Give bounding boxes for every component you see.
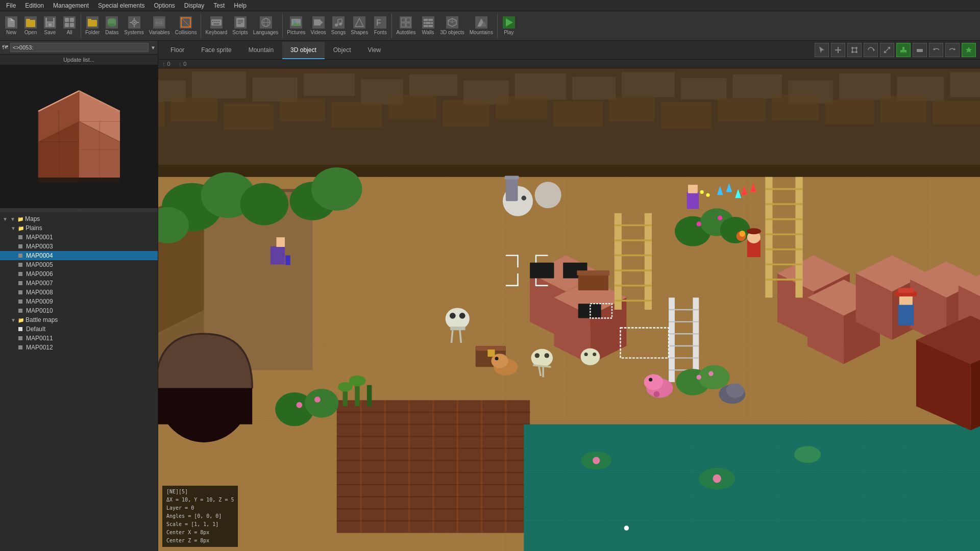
- toolbar-open[interactable]: Open: [21, 15, 40, 36]
- 3dobjects-icon: [446, 16, 458, 29]
- svg-point-346: [698, 365, 729, 389]
- main-area: 🗺 ▼ Update list...: [0, 41, 980, 551]
- tool-rotate[interactable]: [864, 43, 878, 57]
- fonts-icon: F: [374, 16, 386, 29]
- tool-extra[interactable]: [962, 43, 976, 57]
- tab-mountain[interactable]: Mountain: [240, 42, 282, 59]
- menu-management[interactable]: Management: [49, 1, 93, 10]
- tree-map0009-label: MAP0009: [26, 298, 53, 305]
- svg-point-351: [624, 525, 629, 530]
- toolbar-mountains[interactable]: Mountains: [468, 15, 495, 36]
- toolbar-songs[interactable]: Songs: [329, 15, 348, 36]
- tree-item-map0009[interactable]: MAP0009: [0, 297, 158, 306]
- toolbar-variables[interactable]: x=1 Variables: [147, 15, 172, 36]
- tab-face-sprite[interactable]: Face sprite: [193, 42, 239, 59]
- svg-rect-53: [401, 18, 405, 22]
- toolbar-save[interactable]: Save: [41, 15, 59, 36]
- menu-display[interactable]: Display: [180, 1, 208, 10]
- svg-point-221: [593, 457, 600, 464]
- svg-point-286: [450, 313, 456, 319]
- toolbar-play[interactable]: Play: [500, 15, 518, 36]
- menu-special-elements[interactable]: Special elements: [94, 1, 149, 10]
- toolbar-3dobjects[interactable]: 3D objects: [438, 15, 467, 36]
- toolbar-datas[interactable]: Datas: [103, 15, 121, 36]
- svg-rect-324: [898, 288, 914, 292]
- svg-rect-8: [48, 23, 52, 26]
- tool-transform[interactable]: [847, 43, 862, 57]
- tree-item-map0001[interactable]: MAP0001: [0, 233, 158, 242]
- tree-maps-label: Maps: [25, 215, 40, 222]
- tree-item-map0006[interactable]: MAP0006: [0, 269, 158, 279]
- svg-rect-110: [252, 78, 298, 102]
- toolbar-languages[interactable]: Languages: [251, 15, 281, 36]
- svg-rect-22: [130, 22, 132, 23]
- tool-paint[interactable]: [896, 43, 911, 57]
- svg-rect-109: [192, 71, 246, 98]
- svg-point-276: [531, 349, 553, 367]
- tab-floor[interactable]: Floor: [162, 42, 192, 59]
- dropdown-arrow-icon[interactable]: ▼: [151, 45, 156, 51]
- tree-item-map0005[interactable]: MAP0005: [0, 260, 158, 269]
- tree-item-map0010[interactable]: MAP0010: [0, 306, 158, 315]
- toolbar-folder-label: Folder: [85, 30, 100, 35]
- toolbar-shapes[interactable]: Shapes: [349, 15, 370, 36]
- tree-item-map0012[interactable]: MAP0012: [0, 343, 158, 352]
- tree-item-map0007[interactable]: MAP0007: [0, 279, 158, 288]
- map-viewport[interactable]: [NE][5] ΔX = 10, Y = 10, Z = 5 Layer = 0…: [158, 68, 980, 551]
- toolbar-fonts[interactable]: F Fonts: [371, 15, 389, 36]
- menu-test[interactable]: Test: [209, 1, 229, 10]
- map-dot-0007: [18, 281, 22, 285]
- tool-cross[interactable]: [831, 43, 845, 57]
- map-dot-0011: [18, 336, 22, 340]
- menu-help[interactable]: Help: [230, 1, 251, 10]
- tab-3d-object[interactable]: 3D object: [282, 42, 325, 59]
- menu-edition[interactable]: Edition: [21, 1, 48, 10]
- svg-point-305: [491, 354, 508, 368]
- tab-bar: Floor Face sprite Mountain 3D object Obj…: [158, 42, 811, 58]
- tab-object[interactable]: Object: [325, 42, 359, 59]
- coord-x-arrow: ↑: [162, 61, 165, 67]
- toolbar-collisions[interactable]: Collisions: [173, 15, 199, 36]
- svg-marker-103: [966, 47, 972, 53]
- menu-file[interactable]: File: [2, 1, 20, 10]
- toolbar-scripts[interactable]: Scripts: [230, 15, 250, 36]
- tree-item-battle-maps[interactable]: ▼ 📁 Battle maps: [0, 315, 158, 324]
- svg-point-348: [708, 371, 713, 376]
- tree-item-map0003[interactable]: MAP0003: [0, 242, 158, 251]
- menu-options[interactable]: Options: [150, 1, 179, 10]
- svg-point-92: [855, 47, 857, 49]
- map-scene-svg[interactable]: [158, 68, 980, 551]
- toolbar-new[interactable]: New: [2, 15, 20, 36]
- tree-item-maps-root[interactable]: ▼ ▼ 📁 Maps: [0, 214, 158, 223]
- tool-scale[interactable]: [880, 43, 894, 57]
- toolbar-walls[interactable]: Walls: [419, 15, 437, 36]
- toolbar-videos[interactable]: Videos: [308, 15, 328, 36]
- svg-rect-118: [681, 78, 727, 100]
- tree-item-map0008[interactable]: MAP0008: [0, 288, 158, 297]
- tool-redo[interactable]: [945, 43, 960, 57]
- new-icon: [5, 16, 17, 29]
- toolbar-pictures[interactable]: Pictures: [285, 15, 307, 36]
- svg-point-222: [713, 474, 721, 483]
- svg-rect-319: [578, 273, 608, 290]
- tool-undo[interactable]: [929, 43, 943, 57]
- tree-item-default[interactable]: Default: [0, 324, 158, 334]
- toolbar-all[interactable]: All: [60, 15, 79, 36]
- tree-item-map0004[interactable]: MAP0004: [0, 251, 158, 260]
- toolbar-keyboard[interactable]: Keyboard: [203, 15, 229, 36]
- tree-item-plains[interactable]: ▼ 📁 Plains: [0, 223, 158, 233]
- tool-erase[interactable]: [913, 43, 927, 57]
- tree-item-map0011[interactable]: MAP0011: [0, 334, 158, 343]
- map-dropdown[interactable]: [10, 43, 149, 52]
- svg-rect-139: [880, 96, 926, 122]
- toolbar-folder[interactable]: Folder: [83, 15, 102, 36]
- tool-pointer[interactable]: [815, 43, 829, 57]
- resize-handle[interactable]: [0, 208, 158, 212]
- toolbar-autotiles[interactable]: Autotiles: [394, 15, 418, 36]
- update-list-button[interactable]: Update list...: [0, 55, 158, 65]
- toolbar-keyboard-label: Keyboard: [205, 30, 227, 35]
- svg-rect-248: [645, 213, 652, 310]
- tab-view[interactable]: View: [359, 42, 389, 59]
- map-dot-0001: [18, 235, 22, 239]
- toolbar-systems[interactable]: Systems: [122, 15, 145, 36]
